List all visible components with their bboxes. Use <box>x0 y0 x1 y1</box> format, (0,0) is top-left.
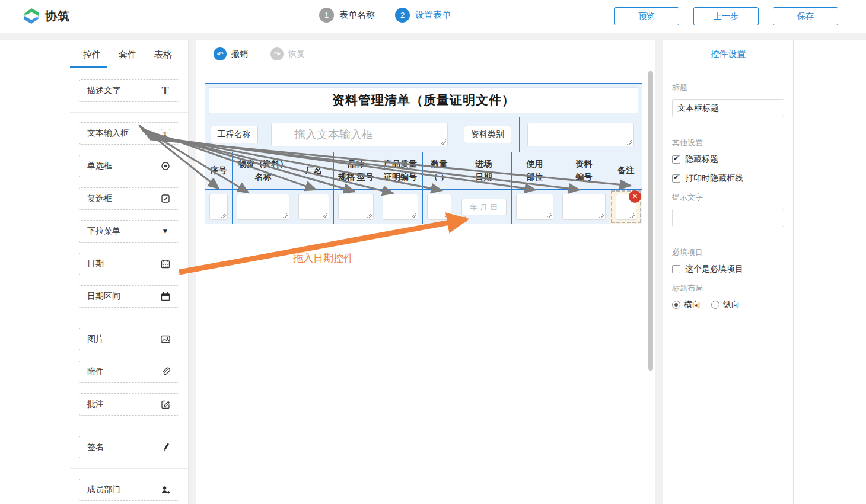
cell-textarea[interactable] <box>427 194 451 220</box>
tab-kits[interactable]: 套件 <box>119 40 136 68</box>
palette-item-date-range[interactable]: 日期区间 <box>79 285 179 308</box>
hide-title-option[interactable]: 隐藏标题 <box>672 154 784 165</box>
palette-item-signature[interactable]: 签名 <box>79 436 179 458</box>
preview-button[interactable]: 预览 <box>614 7 679 25</box>
form-info-row: 工程名称 拖入文本输入框 资料类别 <box>205 117 642 152</box>
resize-grip-icon[interactable] <box>627 139 632 145</box>
logo-text: 协筑 <box>45 8 70 24</box>
palette-item-dropdown[interactable]: 下拉菜单 ▼ <box>79 220 179 243</box>
redo-button[interactable]: ↷ 恢复 <box>270 47 305 60</box>
image-icon <box>160 334 171 345</box>
cell-textarea[interactable] <box>237 194 289 220</box>
textarea-placeholder: 拖入文本输入框 <box>272 123 447 146</box>
palette-item-annotation[interactable]: 批注 <box>79 393 179 416</box>
palette-item-date[interactable]: 日期 <box>79 253 179 275</box>
background-gap <box>655 33 663 504</box>
resize-grip-icon[interactable] <box>441 139 446 145</box>
step-2-label: 设置表单 <box>415 9 451 21</box>
resize-grip-icon[interactable] <box>598 213 604 218</box>
app-logo: 协筑 <box>23 7 70 25</box>
vertical-radio[interactable] <box>711 301 719 309</box>
required-option[interactable]: 这个是必填项目 <box>672 264 784 275</box>
text-icon: T <box>160 85 171 97</box>
form-title[interactable]: 资料管理清单（质量证明文件） <box>209 87 638 113</box>
undo-button[interactable]: ↶ 撤销 <box>214 47 248 60</box>
resize-grip-icon[interactable] <box>322 213 327 218</box>
control-title-input[interactable] <box>672 99 784 117</box>
text-input-icon: T <box>160 128 171 139</box>
divider <box>70 426 188 426</box>
palette-item-description-text[interactable]: 描述文字 T <box>79 79 179 102</box>
resize-grip-icon[interactable] <box>367 213 372 218</box>
layout-vertical-option[interactable]: 纵向 <box>711 299 740 310</box>
input-cell-cert-no <box>378 190 423 224</box>
category-label[interactable]: 资料类别 <box>464 126 511 143</box>
layout-horizontal-option[interactable]: 横向 <box>672 299 701 310</box>
background-gap <box>0 33 866 40</box>
column-header: 进场 日期 <box>456 152 512 189</box>
palette-item-checkbox[interactable]: 复选框 <box>79 187 179 210</box>
undo-icon: ↶ <box>214 47 227 60</box>
cell-textarea[interactable] <box>209 194 228 220</box>
logo-icon <box>23 7 40 25</box>
member-add-icon <box>160 484 171 496</box>
tab-controls[interactable]: 控件 <box>83 40 101 68</box>
input-cell-doc-no <box>558 190 610 224</box>
date-input[interactable] <box>461 199 507 215</box>
date-range-icon <box>160 291 171 302</box>
canvas-scrollbar[interactable] <box>648 71 653 371</box>
annotation-icon <box>160 399 171 410</box>
required-checkbox[interactable] <box>672 265 680 273</box>
resize-grip-icon[interactable] <box>546 213 552 218</box>
previous-step-button[interactable]: 上一步 <box>693 7 759 25</box>
resize-grip-icon[interactable] <box>444 213 450 218</box>
hide-border-print-option[interactable]: 打印时隐藏框线 <box>672 173 784 184</box>
resize-grip-icon[interactable] <box>221 213 226 218</box>
settings-panel-title: 控件设置 <box>663 40 793 68</box>
category-textarea[interactable] <box>527 123 634 146</box>
cell-textarea[interactable] <box>338 194 374 220</box>
hide-border-print-checkbox[interactable] <box>672 174 680 183</box>
cell-textarea[interactable] <box>298 194 329 220</box>
save-button[interactable]: 保存 <box>773 7 838 25</box>
title-section-label: 标题 <box>672 82 784 93</box>
step-indicator: 1 表单名称 2 设置表单 <box>319 8 451 23</box>
project-name-textarea[interactable]: 拖入文本输入框 <box>271 123 448 146</box>
divider <box>70 468 188 469</box>
drag-date-annotation: 拖入日期控件 <box>293 251 354 265</box>
layout-section-label: 标题布局 <box>672 283 784 294</box>
cell-textarea[interactable] <box>516 194 553 220</box>
horizontal-radio[interactable] <box>672 301 680 309</box>
palette-item-radio[interactable]: 单选框 <box>79 155 179 177</box>
cell-textarea[interactable] <box>562 194 606 220</box>
hint-text-label: 提示文字 <box>672 192 784 203</box>
hint-text-input[interactable] <box>672 209 784 227</box>
tab-tables[interactable]: 表格 <box>154 40 172 68</box>
column-header: 数量 （ ） <box>423 152 456 189</box>
form-table: 资料管理清单（质量证明文件） 工程名称 拖入文本输入框 资料类别 <box>205 83 642 224</box>
resize-grip-icon[interactable] <box>282 213 288 218</box>
title-layout-options: 横向 纵向 <box>672 299 784 310</box>
radio-icon <box>160 161 171 172</box>
resize-grip-icon[interactable] <box>629 213 635 218</box>
palette-item-text-input[interactable]: 文本输入框 T <box>79 122 179 145</box>
palette-item-member-department[interactable]: 成员部门 <box>79 479 179 501</box>
required-section-label: 必填项目 <box>672 247 784 258</box>
calendar-icon <box>160 259 171 270</box>
hide-title-label: 隐藏标题 <box>685 154 718 165</box>
table-input-row: ✕ <box>205 189 642 224</box>
palette-item-attachment[interactable]: 附件 <box>79 361 179 383</box>
canvas-toolbar: ↶ 撤销 ↷ 恢复 <box>196 40 655 68</box>
input-cell-remark-selected[interactable]: ✕ <box>610 190 642 224</box>
palette-item-image[interactable]: 图片 <box>79 328 179 350</box>
project-name-label[interactable]: 工程名称 <box>211 126 258 143</box>
table-header-row: 序号 物资（资料） 名称 厂名 品种 规格 型号 产品质量 证明编号 数量 （ … <box>205 152 642 189</box>
input-cell-entry-date <box>456 190 512 224</box>
column-header: 产品质量 证明编号 <box>378 152 423 189</box>
cell-textarea[interactable] <box>383 194 418 220</box>
resize-grip-icon[interactable] <box>411 213 416 218</box>
other-settings-label: 其他设置 <box>672 138 784 148</box>
delete-control-icon[interactable]: ✕ <box>629 190 641 203</box>
dropdown-icon: ▼ <box>160 226 171 237</box>
hide-title-checkbox[interactable] <box>672 155 680 164</box>
